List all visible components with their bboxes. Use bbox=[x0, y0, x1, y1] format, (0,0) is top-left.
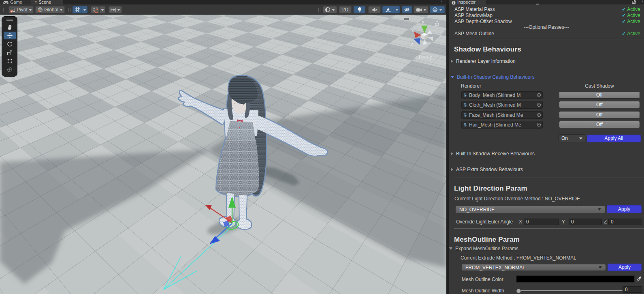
window-lock-icon[interactable] bbox=[632, 0, 636, 4]
tab-game[interactable]: Game bbox=[0, 0, 31, 4]
caret-down-icon bbox=[579, 137, 582, 139]
cast-shadow-button[interactable]: Off bbox=[559, 121, 640, 128]
snap-increment-icon bbox=[92, 7, 98, 13]
cast-shadow-button[interactable]: Off bbox=[559, 91, 640, 99]
gizmo-x-arrowhead[interactable] bbox=[205, 205, 212, 210]
euler-x-field[interactable]: 0 bbox=[524, 219, 559, 225]
toolbar-grip-icon[interactable] bbox=[3, 8, 5, 12]
renderer-object-name: Hair_Mesh (Skinned Me bbox=[469, 122, 537, 128]
scene-viewport[interactable]: y x z < Persp bbox=[0, 15, 446, 294]
snap-increment-dropdown[interactable] bbox=[100, 6, 105, 13]
extrude-method-dropdown[interactable]: FROM_VERTEX_NORMAL bbox=[461, 264, 606, 271]
object-picker-icon[interactable] bbox=[537, 122, 541, 127]
tool-move[interactable] bbox=[4, 32, 16, 39]
scene-visibility-toggle[interactable] bbox=[402, 6, 412, 13]
persp-label[interactable]: Persp bbox=[419, 54, 433, 60]
gizmo-axis-neg-cone[interactable] bbox=[426, 30, 432, 34]
renderer-object-field[interactable]: Cloth_Mesh (Skinned M bbox=[461, 101, 543, 109]
bulk-cast-shadow-dropdown[interactable]: On bbox=[559, 134, 585, 142]
skinned-mesh-icon bbox=[463, 93, 468, 97]
overlay-handle-icon[interactable] bbox=[404, 18, 409, 20]
grid-snap-button[interactable]: Y bbox=[73, 6, 82, 13]
tab-inspector[interactable]: Inspector bbox=[449, 0, 486, 5]
toolbar-grip-icon[interactable] bbox=[318, 8, 320, 12]
audio-toggle[interactable] bbox=[368, 6, 381, 13]
object-picker-icon[interactable] bbox=[537, 113, 541, 117]
caret-down-icon bbox=[117, 9, 120, 11]
light-apply-button[interactable]: Apply bbox=[607, 205, 642, 213]
caret-down-icon bbox=[599, 266, 602, 268]
inspector-kebab-icon[interactable]: ⋮ bbox=[641, 0, 644, 4]
light-direction-arrow bbox=[164, 229, 229, 290]
cast-shadow-button[interactable]: Off bbox=[559, 101, 640, 108]
lock-icon[interactable] bbox=[435, 21, 439, 26]
outline-apply-button[interactable]: Apply bbox=[608, 264, 642, 271]
character-model[interactable] bbox=[179, 76, 327, 229]
foldout-renderer-layer-info[interactable]: Renderer Layer Information bbox=[451, 58, 516, 64]
character-dress bbox=[216, 121, 259, 196]
caret-down-icon bbox=[60, 9, 63, 11]
effects-toggle[interactable] bbox=[382, 6, 394, 13]
measure-dropdown[interactable] bbox=[109, 6, 122, 13]
scene-pane: Game # Scene ⋮ Pivot Global bbox=[0, 0, 446, 294]
gizmo-axis-x-cone[interactable] bbox=[414, 32, 421, 38]
skinned-mesh-icon bbox=[463, 103, 468, 107]
width-slider-knob[interactable] bbox=[516, 289, 521, 293]
light-method-dropdown[interactable]: NO_OVERRIDE bbox=[455, 206, 605, 213]
foldout-expand-meshoutline[interactable]: Expand MeshOutline Params bbox=[449, 246, 518, 251]
object-picker-icon[interactable] bbox=[537, 103, 541, 107]
foldout-asp-extra-shadow[interactable]: ASP Extra Shadow Behaviours bbox=[451, 167, 523, 172]
gizmo-z-arrowhead[interactable] bbox=[209, 236, 220, 244]
toolbar-grip-icon[interactable] bbox=[68, 8, 70, 12]
orientation-gizmo[interactable]: y x z < Persp bbox=[404, 18, 439, 60]
rect-tool-icon bbox=[7, 58, 13, 64]
global-dropdown[interactable]: Global bbox=[35, 6, 65, 13]
pass-name: ASP Material Pass bbox=[454, 6, 495, 12]
foldout-expanded-icon bbox=[451, 76, 454, 78]
2d-label: 2D bbox=[342, 7, 348, 13]
shading-mode-dropdown[interactable] bbox=[323, 6, 337, 13]
tab-scene-label: Scene bbox=[38, 0, 51, 4]
scene-menu-kebab-icon[interactable]: ⋮ bbox=[440, 0, 444, 4]
grid-snap-dropdown[interactable] bbox=[82, 6, 87, 13]
renderer-object-field[interactable]: Body_Mesh (Skinned M bbox=[461, 91, 543, 99]
light-direction-title: Light Direction Param bbox=[454, 185, 527, 193]
gizmo-axis-neg-cone[interactable] bbox=[423, 40, 428, 45]
gizmo-axis-z-cone[interactable] bbox=[414, 38, 420, 45]
tool-transform[interactable] bbox=[4, 66, 16, 73]
tab-scene[interactable]: # Scene bbox=[31, 0, 63, 4]
cast-shadow-button[interactable]: Off bbox=[559, 111, 640, 118]
lighting-toggle[interactable] bbox=[354, 6, 365, 13]
2d-toggle[interactable]: 2D bbox=[339, 6, 352, 13]
foldout-builtin-shadow-casting[interactable]: Built-In Shadow Casting Behaviours bbox=[451, 74, 534, 80]
euler-y-field[interactable]: 0 bbox=[569, 219, 602, 225]
mesh-outline-color-swatch[interactable] bbox=[516, 276, 634, 282]
object-picker-icon[interactable] bbox=[537, 93, 541, 97]
rotate-icon bbox=[7, 41, 13, 47]
eyedropper-icon[interactable] bbox=[636, 276, 642, 281]
pivot-label: Pivot bbox=[17, 7, 28, 13]
renderer-object-field[interactable]: Face_Mesh (Skinned Me bbox=[461, 111, 543, 119]
euler-y-label: Y bbox=[562, 219, 565, 225]
tool-scale[interactable] bbox=[4, 49, 16, 56]
effects-icon bbox=[385, 7, 391, 13]
mesh-outline-width-field[interactable]: 0 bbox=[623, 286, 642, 293]
mesh-outline-title: MeshOutline Param bbox=[454, 236, 520, 244]
gizmos-dropdown[interactable] bbox=[430, 6, 445, 13]
apply-all-button[interactable]: Apply All bbox=[587, 135, 641, 142]
toolstrip-handle-icon[interactable] bbox=[6, 19, 13, 21]
pivot-dropdown[interactable]: Pivot bbox=[9, 6, 34, 13]
pass-status: ✓Active bbox=[622, 19, 640, 24]
effects-dropdown[interactable] bbox=[394, 6, 400, 13]
tool-rect[interactable] bbox=[4, 57, 16, 65]
snap-increment-button[interactable] bbox=[91, 6, 100, 13]
gizmo-axis-neg-cone[interactable] bbox=[428, 36, 433, 41]
foldout-builtin-shadow-receive[interactable]: Built-In Shadow Receive Behaviours bbox=[451, 151, 535, 157]
euler-z-field[interactable]: 0 bbox=[608, 219, 642, 225]
tool-hand[interactable] bbox=[4, 23, 16, 31]
gizmo-axis-y-cone[interactable] bbox=[421, 26, 428, 33]
camera-dropdown[interactable] bbox=[414, 6, 429, 13]
renderer-object-field[interactable]: Hair_Mesh (Skinned Me bbox=[461, 121, 543, 129]
width-slider-track[interactable] bbox=[520, 290, 623, 291]
tool-rotate[interactable] bbox=[4, 40, 16, 48]
